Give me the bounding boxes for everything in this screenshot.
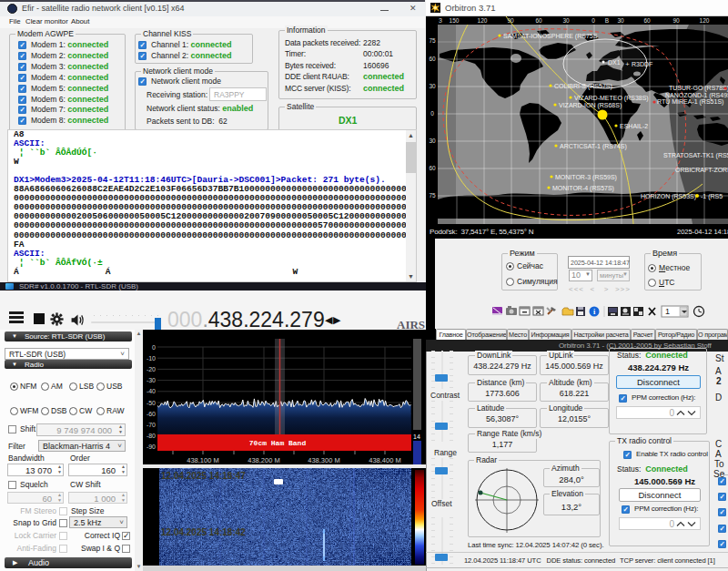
- svg-text:0: 0: [430, 110, 434, 117]
- svg-text:60: 60: [643, 17, 651, 24]
- svg-text:120: 120: [478, 17, 488, 24]
- svg-text:0: 0: [152, 344, 156, 351]
- svg-text:COLIBRI-S (RS57S): COLIBRI-S (RS57S): [554, 83, 612, 90]
- svg-text:ESHAIL-2: ESHAIL-2: [620, 123, 648, 129]
- svg-text:TUSUR-GO (RS78S): TUSUR-GO (RS78S): [669, 85, 728, 92]
- svg-text:14: 14: [413, 433, 420, 440]
- svg-text:150: 150: [450, 17, 460, 24]
- svg-text:12.04.2025 14:18:42: 12.04.2025 14:18:42: [161, 527, 246, 537]
- svg-text:DX1: DX1: [608, 59, 621, 66]
- svg-text:SAMSAT-IONOSPHERE (RS75S: SAMSAT-IONOSPHERE (RS75S: [503, 33, 598, 40]
- svg-text:ORBICRAFT-ZORKI: ORBICRAFT-ZORKI: [675, 167, 728, 173]
- svg-text:HORIZON (RS53S): HORIZON (RS53S): [641, 193, 696, 200]
- svg-text:60: 60: [429, 56, 436, 62]
- svg-text:VIZARD-METEO (RS38S): VIZARD-METEO (RS38S): [574, 95, 649, 102]
- svg-text:MONITOR-3 (RS59S): MONITOR-3 (RS59S): [555, 174, 617, 181]
- svg-text:438,300 M: 438,300 M: [308, 456, 339, 464]
- svg-text:-70: -70: [147, 422, 156, 428]
- svg-text:-10: -10: [147, 355, 156, 362]
- svg-text:-90: -90: [147, 444, 156, 450]
- svg-text:0: 0: [592, 17, 595, 24]
- svg-text:MONITOR-4 (RS57S): MONITOR-4 (RS57S): [552, 185, 614, 192]
- svg-text:R3DDF: R3DDF: [632, 61, 652, 67]
- svg-text:1: 1: [665, 307, 670, 316]
- svg-text:70cm Ham Band: 70cm Ham Band: [249, 439, 307, 447]
- svg-text:30: 30: [429, 83, 436, 89]
- svg-text:З: З: [439, 17, 442, 24]
- svg-text:+: +: [625, 60, 630, 68]
- svg-text:75: 75: [429, 192, 436, 199]
- svg-text:-50: -50: [147, 400, 156, 406]
- svg-text:-20: -20: [147, 366, 156, 372]
- svg-text:-30: -30: [147, 377, 156, 383]
- svg-text:60: 60: [535, 17, 542, 24]
- svg-text:-80: -80: [147, 433, 156, 439]
- svg-text:ARCTICSAT-1 (RS74S): ARCTICSAT-1 (RS74S): [560, 143, 627, 150]
- svg-text:30: 30: [562, 17, 570, 24]
- svg-text:60: 60: [429, 165, 436, 171]
- svg-text:12.04.2025 14:18:47: 12.04.2025 14:18:47: [161, 471, 246, 481]
- svg-text:-1 (RS5: -1 (RS5: [701, 193, 723, 200]
- svg-text:30: 30: [429, 138, 436, 144]
- svg-text:STRATOSAT-TK1 (RS5: STRATOSAT-TK1 (RS5: [663, 152, 728, 159]
- svg-text:30: 30: [617, 17, 624, 24]
- svg-text:75: 75: [429, 37, 436, 44]
- svg-text:VIZARD-ION (RS68S): VIZARD-ION (RS68S): [559, 102, 622, 109]
- svg-text:438,100 M: 438,100 M: [187, 456, 218, 464]
- svg-text:-60: -60: [147, 411, 156, 417]
- svg-text:438,400 M: 438,400 M: [369, 456, 400, 464]
- svg-text:-40: -40: [147, 388, 156, 394]
- svg-text:RTU MIREA-1 (RS51S): RTU MIREA-1 (RS51S): [657, 98, 723, 106]
- svg-text:90: 90: [672, 17, 680, 24]
- svg-text:120: 120: [700, 17, 710, 24]
- svg-text:438,200 M: 438,200 M: [248, 456, 279, 464]
- svg-text:В: В: [605, 17, 609, 24]
